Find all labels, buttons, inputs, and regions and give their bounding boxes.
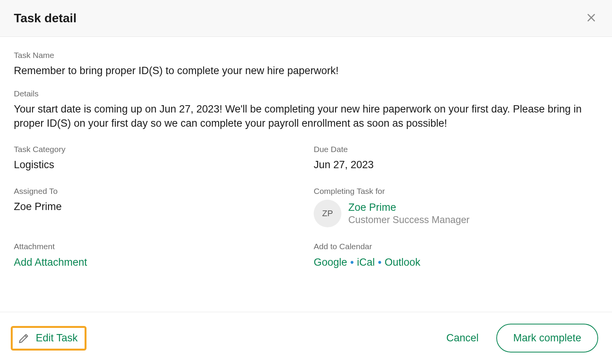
category-due-row: Task Category Logistics Due Date Jun 27,… xyxy=(14,145,598,172)
task-category-label: Task Category xyxy=(14,145,298,154)
details-value: Your start date is coming up on Jun 27, … xyxy=(14,102,598,130)
task-name-label: Task Name xyxy=(14,51,598,60)
dialog-header: Task detail xyxy=(0,0,612,37)
details-section: Details Your start date is coming up on … xyxy=(14,89,598,130)
assigned-to-section: Assigned To Zoe Prime xyxy=(14,187,298,227)
separator-dot: • xyxy=(378,256,381,268)
attachment-section: Attachment Add Attachment xyxy=(14,242,298,268)
calendar-link-outlook[interactable]: Outlook xyxy=(385,256,421,268)
add-attachment-link[interactable]: Add Attachment xyxy=(14,256,87,268)
dialog-footer: Edit Task Cancel Mark complete xyxy=(0,312,612,364)
task-name-section: Task Name Remember to bring proper ID(S)… xyxy=(14,51,598,78)
due-date-value: Jun 27, 2023 xyxy=(314,158,598,172)
avatar: ZP xyxy=(314,200,341,227)
pencil-icon xyxy=(17,332,30,345)
attachment-calendar-row: Attachment Add Attachment Add to Calenda… xyxy=(14,242,598,268)
edit-task-label: Edit Task xyxy=(36,332,78,344)
cancel-button[interactable]: Cancel xyxy=(446,332,479,344)
completing-for-user: ZP Zoe Prime Customer Success Manager xyxy=(314,200,598,227)
user-text: Zoe Prime Customer Success Manager xyxy=(348,202,469,225)
task-category-value: Logistics xyxy=(14,158,298,172)
due-date-label: Due Date xyxy=(314,145,598,154)
completing-for-label: Completing Task for xyxy=(314,187,598,196)
details-label: Details xyxy=(14,89,598,98)
footer-right: Cancel Mark complete xyxy=(446,324,598,352)
dialog-body: Task Name Remember to bring proper ID(S)… xyxy=(0,37,612,312)
close-icon xyxy=(586,12,597,24)
completing-for-section: Completing Task for ZP Zoe Prime Custome… xyxy=(314,187,598,227)
calendar-link-ical[interactable]: iCal xyxy=(357,256,375,268)
edit-task-button[interactable]: Edit Task xyxy=(11,326,86,351)
assigned-completing-row: Assigned To Zoe Prime Completing Task fo… xyxy=(14,187,598,227)
calendar-link-google[interactable]: Google xyxy=(314,256,347,268)
mark-complete-button[interactable]: Mark complete xyxy=(496,324,598,352)
separator-dot: • xyxy=(350,256,354,268)
add-to-calendar-section: Add to Calendar Google • iCal • Outlook xyxy=(314,242,598,268)
dialog-title: Task detail xyxy=(14,11,76,25)
assigned-to-label: Assigned To xyxy=(14,187,298,196)
attachment-label: Attachment xyxy=(14,242,298,251)
due-date-section: Due Date Jun 27, 2023 xyxy=(314,145,598,172)
task-category-section: Task Category Logistics xyxy=(14,145,298,172)
close-button[interactable] xyxy=(584,11,598,26)
user-name-link[interactable]: Zoe Prime xyxy=(348,202,469,213)
task-detail-dialog: Task detail Task Name Remember to bring … xyxy=(0,0,612,364)
assigned-to-value: Zoe Prime xyxy=(14,200,298,213)
add-to-calendar-label: Add to Calendar xyxy=(314,242,598,251)
task-name-value: Remember to bring proper ID(S) to comple… xyxy=(14,64,598,78)
user-role: Customer Success Manager xyxy=(348,214,469,225)
calendar-links: Google • iCal • Outlook xyxy=(314,256,598,268)
